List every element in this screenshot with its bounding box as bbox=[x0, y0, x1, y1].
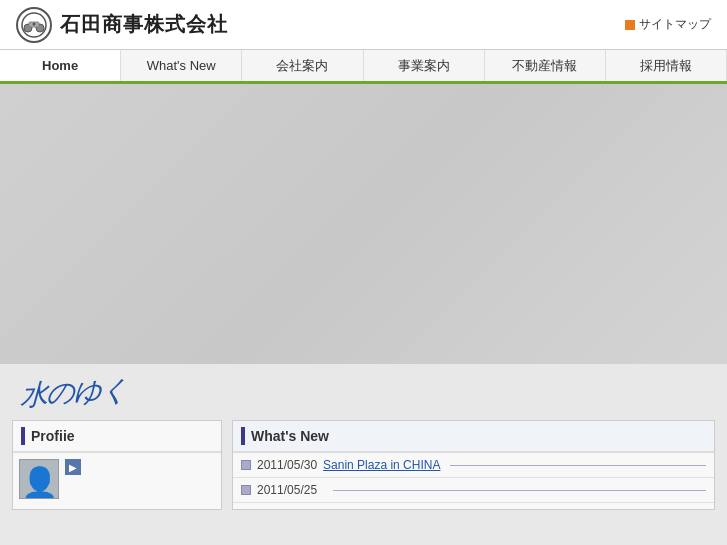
nav-item-company[interactable]: 会社案内 bbox=[242, 50, 363, 81]
news-icon-0 bbox=[241, 460, 251, 470]
nav-item-realestate[interactable]: 不動産情報 bbox=[485, 50, 606, 81]
logo-text: 石田商事株式会社 bbox=[60, 11, 228, 38]
news-underline-0 bbox=[450, 465, 706, 466]
news-icon-1 bbox=[241, 485, 251, 495]
whatsnew-panel: What's New 2011/05/30 Sanin Plaza in CHI… bbox=[232, 420, 715, 510]
profile-panel: Profiie ▶ bbox=[12, 420, 222, 510]
nav-item-home[interactable]: Home bbox=[0, 50, 121, 81]
handwriting-area: 水のゆく bbox=[0, 364, 727, 420]
handwriting-text: 水のゆく bbox=[19, 371, 127, 415]
profile-content: ▶ bbox=[13, 453, 221, 505]
whatsnew-title: What's New bbox=[251, 428, 329, 444]
sitemap-link[interactable]: サイトマップ bbox=[625, 16, 711, 33]
avatar bbox=[19, 459, 59, 499]
banner-area bbox=[0, 84, 727, 364]
main-area: 水のゆく Profiie ▶ What's New 2011/05/30 bbox=[0, 84, 727, 522]
navigation: Home What's New 会社案内 事業案内 不動産情報 採用情報 bbox=[0, 50, 727, 84]
svg-point-5 bbox=[33, 22, 36, 25]
profile-header: Profiie bbox=[13, 421, 221, 453]
news-date-1: 2011/05/25 bbox=[257, 483, 317, 497]
news-item-1: 2011/05/25 bbox=[233, 478, 714, 503]
news-link-0[interactable]: Sanin Plaza in CHINA bbox=[323, 458, 440, 472]
news-underline-1 bbox=[333, 490, 706, 491]
profile-title: Profiie bbox=[31, 428, 75, 444]
logo-area: 石田商事株式会社 bbox=[16, 7, 228, 43]
sitemap-icon bbox=[625, 20, 635, 30]
nav-item-whatsnew[interactable]: What's New bbox=[121, 50, 242, 81]
nav-item-business[interactable]: 事業案内 bbox=[364, 50, 485, 81]
profile-accent-bar bbox=[21, 427, 25, 445]
whatsnew-accent-bar bbox=[241, 427, 245, 445]
logo-icon bbox=[16, 7, 52, 43]
header: 石田商事株式会社 サイトマップ bbox=[0, 0, 727, 50]
whatsnew-header: What's New bbox=[233, 421, 714, 453]
profile-expand-button[interactable]: ▶ bbox=[65, 459, 81, 475]
news-item-0: 2011/05/30 Sanin Plaza in CHINA bbox=[233, 453, 714, 478]
sitemap-label: サイトマップ bbox=[639, 16, 711, 33]
nav-item-recruit[interactable]: 採用情報 bbox=[606, 50, 727, 81]
bottom-section: Profiie ▶ What's New 2011/05/30 Sanin Pl… bbox=[0, 420, 727, 522]
news-date-0: 2011/05/30 bbox=[257, 458, 317, 472]
